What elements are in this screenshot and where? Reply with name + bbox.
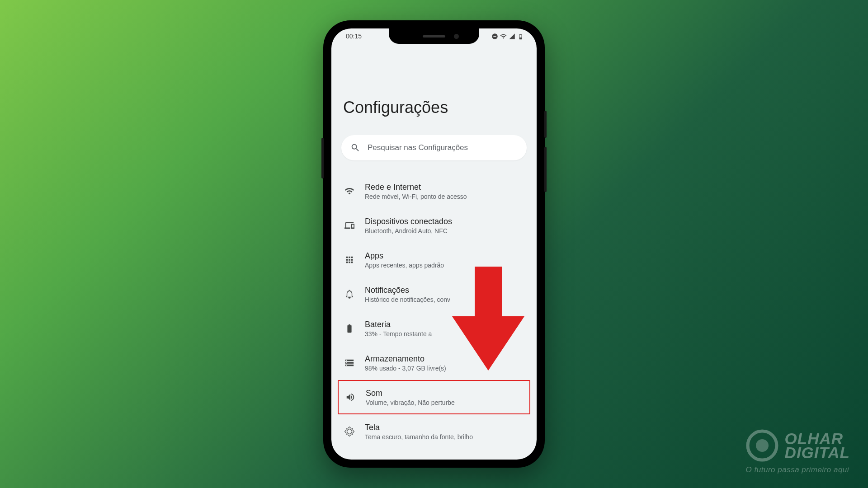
watermark-slogan: O futuro passa primeiro aqui (746, 465, 849, 474)
setting-subtitle: Volume, vibração, Não perturbe (366, 399, 523, 406)
wifi-icon (500, 33, 507, 40)
svg-point-1 (756, 439, 769, 452)
dnd-icon (491, 33, 498, 40)
storage-icon (344, 357, 355, 368)
status-indicators (491, 33, 526, 40)
setting-subtitle: Tema escuro, tamanho da fonte, brilho (365, 433, 524, 441)
setting-connected-devices[interactable]: Dispositivos conectados Bluetooth, Andro… (341, 208, 527, 243)
signal-icon (509, 33, 515, 40)
apps-icon (344, 254, 355, 265)
battery-icon (344, 323, 355, 334)
front-camera (454, 34, 459, 39)
setting-network[interactable]: Rede e Internet Rede móvel, Wi-Fi, ponto… (341, 174, 527, 208)
wifi-icon (344, 186, 355, 197)
speaker (423, 35, 445, 38)
setting-title: Dispositivos conectados (365, 217, 524, 226)
watermark-line2: DIGITAL (785, 446, 850, 460)
setting-title: Apps (365, 251, 524, 261)
bell-icon (344, 289, 355, 300)
notch (389, 28, 479, 44)
phone-screen: 00:15 Configurações Pesquisar nas Config… (331, 28, 537, 460)
setting-title: Tela (365, 423, 524, 432)
instruction-arrow (452, 267, 524, 372)
watermark: OLHAR DIGITAL O futuro passa primeiro aq… (746, 429, 850, 474)
battery-icon (517, 33, 524, 40)
search-icon (350, 143, 360, 153)
volume-down-button (544, 147, 547, 192)
setting-title: Rede e Internet (365, 183, 524, 192)
setting-sound[interactable]: Som Volume, vibração, Não perturbe (338, 380, 530, 414)
volume-up-button (544, 111, 547, 138)
devices-icon (344, 220, 355, 231)
search-placeholder: Pesquisar nas Configurações (368, 143, 468, 152)
status-time: 00:15 (342, 33, 362, 40)
brightness-icon (344, 426, 355, 437)
volume-icon (345, 392, 356, 403)
watermark-logo-icon (746, 429, 778, 462)
page-title: Configurações (341, 98, 527, 117)
setting-display[interactable]: Tela Tema escuro, tamanho da fonte, bril… (341, 414, 527, 449)
setting-title: Som (366, 389, 523, 398)
phone-frame: 00:15 Configurações Pesquisar nas Config… (323, 20, 545, 468)
setting-subtitle: Bluetooth, Android Auto, NFC (365, 227, 524, 235)
setting-subtitle: Rede móvel, Wi-Fi, ponto de acesso (365, 193, 524, 200)
search-input[interactable]: Pesquisar nas Configurações (341, 135, 527, 160)
power-button (321, 138, 324, 178)
